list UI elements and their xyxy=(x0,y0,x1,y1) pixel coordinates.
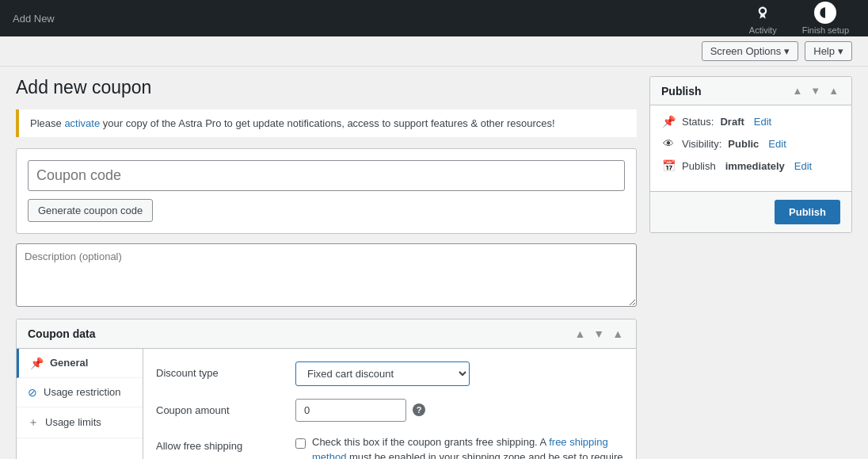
free-shipping-description: Check this box if the coupon grants free… xyxy=(312,434,623,459)
coupon-amount-input[interactable] xyxy=(295,399,406,422)
screen-options-chevron-icon: ▾ xyxy=(784,45,790,57)
coupon-amount-field: ? xyxy=(295,399,623,422)
finish-setup-button[interactable]: Finish setup xyxy=(796,0,855,38)
usage-restriction-tab-icon: ⊘ xyxy=(28,386,37,399)
page-title: Add new coupon xyxy=(16,76,637,100)
activity-button[interactable]: Activity xyxy=(743,0,783,38)
finish-setup-icon xyxy=(814,2,836,24)
discount-type-row: Discount type Percentage discount Fixed … xyxy=(156,361,623,386)
metabox-controls: ▲ ▼ ▲ xyxy=(573,326,625,342)
publish-close-button[interactable]: ▲ xyxy=(827,83,840,98)
coupon-code-section: Generate coupon code xyxy=(16,148,637,234)
tab-general[interactable]: 📌 General xyxy=(17,349,143,378)
visibility-icon: 👁 xyxy=(661,137,676,150)
help-chevron-icon: ▾ xyxy=(838,45,843,57)
publish-time-icon: 📅 xyxy=(661,159,676,172)
admin-bar: Add New Activity Finish setup xyxy=(0,0,868,36)
description-textarea[interactable] xyxy=(16,243,637,307)
publish-status-label: Status: xyxy=(682,116,714,128)
publish-visibility-value: Public xyxy=(728,138,759,150)
free-shipping-field: Check this box if the coupon grants free… xyxy=(295,434,623,459)
publish-visibility-row: 👁 Visibility: Public Edit xyxy=(661,137,840,150)
publish-collapse-down-button[interactable]: ▼ xyxy=(809,83,822,98)
publish-title: Publish xyxy=(661,85,702,98)
notice-text-before: Please xyxy=(30,117,62,129)
coupon-data-tabs: 📌 General ⊘ Usage restriction ＋ Usage li… xyxy=(17,349,143,459)
tab-usage-restriction[interactable]: ⊘ Usage restriction xyxy=(17,378,143,407)
admin-bar-right: Activity Finish setup xyxy=(743,0,855,38)
activate-link[interactable]: activate xyxy=(64,117,100,129)
publish-header-controls: ▲ ▼ ▲ xyxy=(790,83,840,98)
coupon-code-input[interactable] xyxy=(28,160,625,191)
usage-limits-tab-label: Usage limits xyxy=(45,416,101,428)
discount-type-label: Discount type xyxy=(156,361,283,381)
main-wrapper: Add new coupon Please activate your copy… xyxy=(0,67,868,459)
general-tab-icon: 📌 xyxy=(30,357,44,369)
sub-header: Screen Options ▾ Help ▾ xyxy=(0,36,868,67)
discount-type-field: Percentage discount Fixed cart discount … xyxy=(295,361,623,386)
content-area: Add new coupon Please activate your copy… xyxy=(16,76,637,459)
coupon-data-content: Discount type Percentage discount Fixed … xyxy=(143,349,636,459)
coupon-data-title: Coupon data xyxy=(28,327,96,340)
publish-time-value: immediately xyxy=(725,160,785,172)
free-shipping-checkbox[interactable] xyxy=(295,438,306,449)
metabox-collapse-down-button[interactable]: ▼ xyxy=(592,326,606,342)
coupon-data-header: Coupon data ▲ ▼ ▲ xyxy=(17,319,636,349)
activation-notice: Please activate your copy of the Astra P… xyxy=(16,109,637,137)
usage-limits-tab-icon: ＋ xyxy=(28,415,39,430)
coupon-amount-row: Coupon amount ? xyxy=(156,399,623,422)
usage-restriction-tab-label: Usage restriction xyxy=(44,386,121,398)
help-label: Help xyxy=(813,45,835,57)
general-tab-label: General xyxy=(50,357,88,369)
coupon-amount-label: Coupon amount xyxy=(156,399,283,418)
notice-text-after: your copy of the Astra Pro to get update… xyxy=(103,117,555,129)
publish-header: Publish ▲ ▼ ▲ xyxy=(650,77,851,105)
free-shipping-row: Allow free shipping Check this box if th… xyxy=(156,434,623,459)
publish-time-row: 📅 Publish immediately Edit xyxy=(661,159,840,172)
screen-options-label: Screen Options xyxy=(710,45,782,57)
help-button[interactable]: Help ▾ xyxy=(805,41,852,61)
publish-status-row: 📌 Status: Draft Edit xyxy=(661,115,840,128)
activity-icon xyxy=(752,2,774,24)
sidebar-right: Publish ▲ ▼ ▲ 📌 Status: Draft Edit 👁 xyxy=(649,76,852,459)
publish-body: 📌 Status: Draft Edit 👁 Visibility: Publi… xyxy=(650,105,851,191)
add-new-title: Add New xyxy=(13,13,55,25)
free-shipping-label: Allow free shipping xyxy=(156,434,283,453)
admin-bar-left: Add New xyxy=(13,13,55,25)
publish-status-value: Draft xyxy=(720,116,744,128)
metabox-collapse-up-button[interactable]: ▲ xyxy=(573,326,587,342)
activity-label: Activity xyxy=(749,25,777,35)
publish-status-edit-link[interactable]: Edit xyxy=(754,116,771,128)
publish-button[interactable]: Publish xyxy=(775,200,840,224)
publish-collapse-up-button[interactable]: ▲ xyxy=(790,83,804,98)
publish-visibility-edit-link[interactable]: Edit xyxy=(768,138,786,150)
status-icon: 📌 xyxy=(661,115,676,128)
publish-time-edit-link[interactable]: Edit xyxy=(794,160,812,172)
publish-footer: Publish xyxy=(650,191,851,232)
discount-type-select[interactable]: Percentage discount Fixed cart discount … xyxy=(295,361,470,386)
publish-time-label: Publish xyxy=(682,160,716,172)
coupon-amount-help-icon[interactable]: ? xyxy=(413,404,425,416)
free-shipping-method-link[interactable]: free shipping method xyxy=(312,436,608,459)
coupon-data-metabox: Coupon data ▲ ▼ ▲ 📌 General ⊘ Usage re xyxy=(16,319,637,459)
screen-options-button[interactable]: Screen Options ▾ xyxy=(702,41,799,61)
publish-box: Publish ▲ ▼ ▲ 📌 Status: Draft Edit 👁 xyxy=(649,76,852,233)
generate-coupon-button[interactable]: Generate coupon code xyxy=(28,199,153,222)
coupon-data-body: 📌 General ⊘ Usage restriction ＋ Usage li… xyxy=(17,349,636,459)
publish-visibility-label: Visibility: xyxy=(682,138,721,150)
finish-setup-label: Finish setup xyxy=(802,25,849,35)
tab-usage-limits[interactable]: ＋ Usage limits xyxy=(17,407,143,438)
metabox-close-button[interactable]: ▲ xyxy=(611,326,625,342)
